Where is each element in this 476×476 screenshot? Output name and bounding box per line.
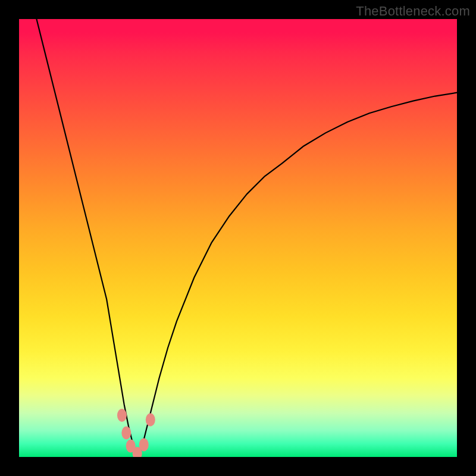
chart-frame: TheBottleneck.com: [0, 0, 476, 476]
curve-markers: [117, 409, 155, 457]
curve-marker: [117, 409, 127, 422]
curve-marker: [146, 413, 155, 426]
plot-area: [19, 19, 457, 457]
bottleneck-curve: [36, 19, 457, 455]
curve-marker: [121, 427, 131, 440]
curve-layer: [19, 19, 457, 457]
watermark-text: TheBottleneck.com: [356, 4, 470, 19]
curve-marker: [139, 438, 149, 451]
